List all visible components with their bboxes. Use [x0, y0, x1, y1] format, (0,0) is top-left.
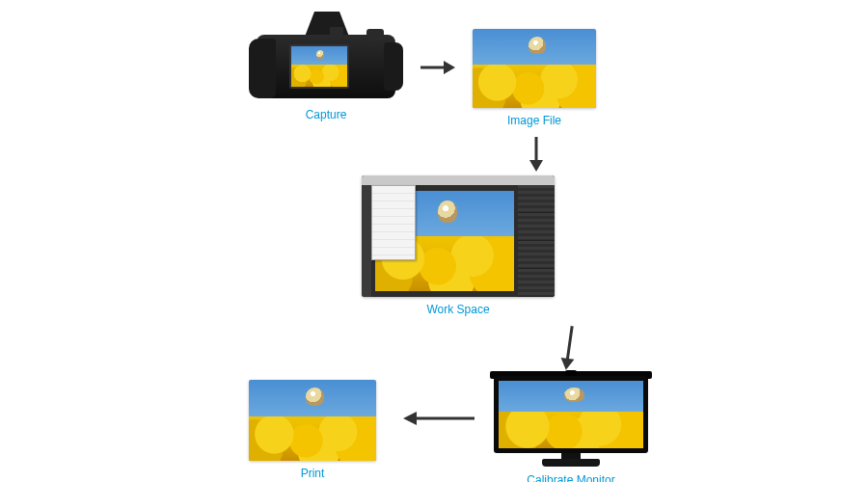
- stage-work-space-label: Work Space: [426, 303, 489, 316]
- editor-menubar: [362, 175, 555, 185]
- stage-print: Print: [249, 380, 376, 480]
- photo-editor-illustration: [362, 175, 555, 297]
- camera-lcd: [289, 44, 349, 89]
- stage-print-label: Print: [301, 467, 325, 480]
- stage-work-space: Work Space: [362, 175, 555, 316]
- image-file-illustration: [473, 29, 596, 108]
- monitor-illustration: [494, 376, 648, 468]
- arrow-right-icon: [419, 58, 457, 77]
- arrow-down-icon: [527, 135, 546, 174]
- stage-capture: Capture: [249, 6, 403, 121]
- stage-capture-label: Capture: [306, 108, 347, 121]
- arrow-left-icon: [399, 409, 476, 428]
- svg-line-2: [567, 326, 572, 361]
- stage-image-file: Image File: [473, 29, 596, 127]
- balloon-photo-thumbnail: [291, 46, 347, 87]
- print-illustration: [249, 380, 376, 461]
- stage-image-file-label: Image File: [507, 114, 561, 127]
- editor-toolbar: [362, 185, 371, 297]
- balloon-photo-monitor: [499, 381, 643, 448]
- camera-illustration: [249, 6, 403, 102]
- editor-panels: [518, 185, 555, 297]
- arrow-down-icon: [556, 323, 583, 373]
- stage-calibrate-monitor-label: Calibrate Monitor: [527, 473, 614, 482]
- stage-calibrate-monitor: Calibrate Monitor: [494, 376, 648, 482]
- editor-dropdown-menu: [371, 185, 416, 260]
